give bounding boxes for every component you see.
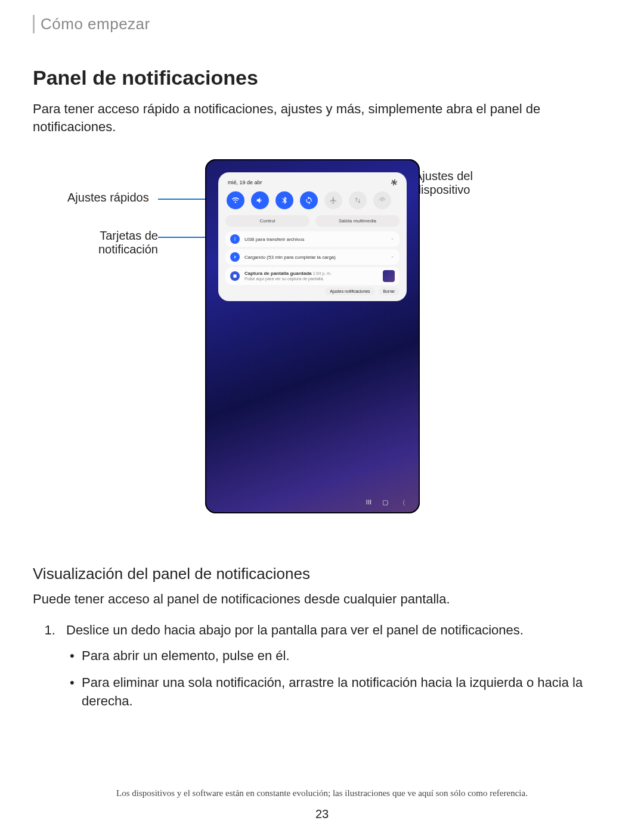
step-text: Deslice un dedo hacia abajo por la panta… <box>66 623 524 637</box>
page-number: 23 <box>0 807 644 821</box>
svg-rect-1 <box>233 275 236 278</box>
callout-device-settings-l2: dispositivo <box>414 183 470 196</box>
steps-list: Deslice un dedo hacia abajo por la panta… <box>59 621 611 710</box>
breadcrumb: Cómo empezar <box>33 15 611 33</box>
notification-text: USB para transferir archivos <box>244 237 385 243</box>
page-title: Panel de notificaciones <box>33 66 611 89</box>
notification-panel: mié, 19 de abr Control Salida multimedia… <box>218 172 407 301</box>
footnote: Los dispositivos y el software están en … <box>0 788 644 798</box>
sound-icon[interactable] <box>251 191 269 209</box>
chevron-down-icon <box>390 237 395 241</box>
clear-button[interactable]: Borrar <box>379 287 400 295</box>
recents-icon[interactable]: III <box>366 498 371 507</box>
subheading: Visualización del panel de notificacione… <box>33 565 611 583</box>
notification-title: Captura de pantalla guardada <box>244 271 311 276</box>
rotate-icon[interactable] <box>300 191 318 209</box>
hotspot-icon[interactable] <box>373 191 391 209</box>
intro-paragraph: Para tener acceso rápido a notificacione… <box>33 100 611 135</box>
data-icon[interactable] <box>349 191 367 209</box>
back-icon[interactable]: 〈 <box>399 498 405 507</box>
wifi-icon[interactable] <box>227 191 244 209</box>
notification-text: Captura de pantalla guardada 1:04 p. m. … <box>244 271 378 282</box>
airplane-icon[interactable] <box>324 191 342 209</box>
device-mockup: mié, 19 de abr Control Salida multimedia… <box>205 159 420 513</box>
device-navbar: III ▢ 〈 <box>366 498 405 507</box>
bullet-item: Para abrir un elemento, pulse en él. <box>66 647 611 665</box>
callout-notification-cards: Tarjetas de notificación <box>80 229 158 256</box>
home-icon[interactable]: ▢ <box>382 498 388 507</box>
quick-settings-row <box>225 189 400 214</box>
gear-icon[interactable] <box>391 179 397 185</box>
screenshot-thumbnail <box>383 270 395 282</box>
screenshot-icon <box>230 271 240 281</box>
callout-device-settings-l1: Ajustes del <box>414 169 473 182</box>
figure: Ajustes rápidos Tarjetas de notificación… <box>33 159 611 541</box>
media-output-pill[interactable]: Salida multimedia <box>315 215 400 227</box>
callout-device-settings: Ajustes del dispositivo <box>414 169 473 197</box>
notification-card[interactable]: USB para transferir archivos <box>225 231 400 247</box>
svg-point-0 <box>382 200 383 201</box>
notification-settings-button[interactable]: Ajustes notificaciones <box>325 287 374 295</box>
panel-date: mié, 19 de abr <box>228 179 262 185</box>
notification-card[interactable]: Cargando (53 min para completar la carga… <box>225 249 400 265</box>
usb-icon <box>230 234 240 244</box>
body-paragraph: Puede tener acceso al panel de notificac… <box>33 592 611 607</box>
notification-text: Cargando (53 min para completar la carga… <box>244 255 385 261</box>
notification-card[interactable]: Captura de pantalla guardada 1:04 p. m. … <box>225 267 400 285</box>
chevron-down-icon <box>390 255 395 259</box>
step-item: Deslice un dedo hacia abajo por la panta… <box>59 621 611 710</box>
notification-subtitle: Pulse aquí para ver su captura de pantal… <box>244 277 324 281</box>
bluetooth-icon[interactable] <box>275 191 293 209</box>
notification-time: 1:04 p. m. <box>313 271 332 275</box>
callout-quick-settings: Ajustes rápidos <box>67 191 149 205</box>
control-pill[interactable]: Control <box>225 215 309 227</box>
charging-icon <box>230 252 240 262</box>
bullet-item: Para eliminar una sola notificación, arr… <box>66 674 611 711</box>
